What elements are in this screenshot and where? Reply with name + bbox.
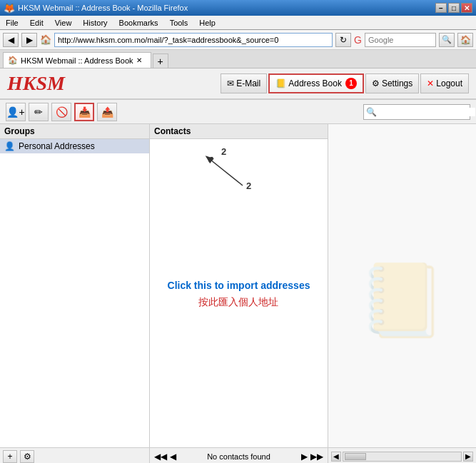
groups-header: Groups [0,124,149,139]
app-logo: HKSM [7,72,65,95]
window-title-text: 🦊 HKSM Webmail :: Address Book - Mozilla… [4,3,188,14]
svg-line-0 [207,157,243,185]
tab-title: HKSM Webmail :: Address Book [21,56,133,65]
email-icon: ✉ [227,78,234,88]
action-toolbar: 👤+ ✏ 🚫 📥 📤 🔍 ✕ [0,100,476,124]
toolbar-buttons: ✉ E-Mail 📒 Address Book 1 ⚙ Settings ✕ L… [221,73,469,93]
close-button[interactable]: ✕ [461,3,472,13]
logout-button[interactable]: ✕ Logout [420,73,469,93]
contacts-prev-button[interactable]: ◀ [170,452,176,462]
menu-edit[interactable]: Edit [27,18,46,28]
contacts-next-button[interactable]: ▶ [301,452,308,462]
address-bar[interactable] [54,33,333,47]
import-button[interactable]: 📥 [74,103,94,121]
detail-illustration: 📒 [358,258,447,342]
settings-label: Settings [382,78,412,88]
annotation-1: 1 [345,78,357,89]
group-settings-button[interactable]: ⚙ [20,450,34,463]
app-toolbar: HKSM ✉ E-Mail 📒 Address Book 1 ⚙ Setting… [0,68,476,100]
export-button[interactable]: 📤 [97,103,117,121]
back-button[interactable]: ◀ [3,33,19,47]
email-label: E-Mail [236,78,260,88]
home-button[interactable]: 🏠 [457,33,473,47]
scrollbar-thumb [345,453,366,460]
contacts-last-button[interactable]: ▶▶ [310,452,323,462]
tab-favicon: 🏠 [8,56,18,65]
hksm-favicon: 🏠 [40,34,51,45]
addressbook-label: Address Book [288,78,342,88]
email-button[interactable]: ✉ E-Mail [221,73,267,93]
maximize-button[interactable]: □ [448,3,460,13]
menu-tools[interactable]: Tools [167,18,191,28]
main-content: Groups 👤 Personal Addresses + ⚙ Contacts… [0,124,476,463]
menu-view[interactable]: View [52,18,75,28]
edit-icon: ✏ [34,106,43,118]
delete-icon: 🚫 [56,106,68,118]
no-contacts-label: No contacts found [179,452,298,461]
logout-icon: ✕ [427,78,434,88]
groups-empty-space [0,153,149,447]
tab-close-icon[interactable]: ✕ [136,56,142,64]
import-text-english: Click this to import addresses [168,278,310,293]
groups-footer: + ⚙ [0,447,149,463]
group-item-icon: 👤 [4,141,15,151]
personal-addresses-item[interactable]: 👤 Personal Addresses [0,139,149,153]
new-tab-button[interactable]: + [153,54,168,68]
window-title-bar: 🦊 HKSM Webmail :: Address Book - Mozilla… [0,0,476,16]
horizontal-scrollbar[interactable] [343,452,462,462]
nav-bar: ◀ ▶ 🏠 ↻ G 🔍 🏠 [0,30,476,50]
forward-button[interactable]: ▶ [21,33,37,47]
addressbook-button[interactable]: 📒 Address Book 1 [268,73,364,93]
browser-tab[interactable]: 🏠 HKSM Webmail :: Address Book ✕ [3,52,151,68]
arrow-annotation: 2 [186,150,257,195]
group-item-label: Personal Addresses [19,141,95,151]
menu-file[interactable]: File [3,18,21,28]
delete-button[interactable]: 🚫 [51,103,71,121]
detail-panel: 📒 ◀ ▶ [328,124,476,463]
menu-bookmarks[interactable]: Bookmarks [116,18,161,28]
settings-button[interactable]: ⚙ Settings [365,73,419,93]
search-button[interactable]: 🔍 [439,33,455,47]
search-icon: 🔍 [366,107,377,117]
import-icon: 📥 [79,106,91,118]
scroll-right-button[interactable]: ▶ [463,452,473,462]
contacts-content: ↗ 2 2 Click this t [150,139,328,447]
contacts-panel: Contacts ↗ 2 [150,124,328,463]
contacts-footer: ◀◀ ◀ No contacts found ▶ ▶▶ [150,447,328,463]
window-controls: − □ ✕ [435,3,472,13]
detail-content: 📒 [328,124,476,447]
reload-button[interactable]: ↻ [335,33,351,47]
addressbook-icon: 📒 [275,78,286,88]
window-title-label: HKSM Webmail :: Address Book - Mozilla F… [18,4,188,12]
google-icon: G [354,34,362,46]
import-instructions: Click this to import addresses 按此匯入個人地址 [153,278,325,309]
contact-search-input[interactable] [377,108,475,116]
contacts-first-button[interactable]: ◀◀ [154,452,167,462]
logout-label: Logout [436,78,462,88]
svg-text:2: 2 [246,180,251,191]
search-input[interactable] [365,33,436,47]
add-contact-icon: 👤+ [6,106,24,118]
menu-help[interactable]: Help [196,18,218,28]
edit-button[interactable]: ✏ [29,103,49,121]
export-icon: 📤 [101,106,113,118]
groups-panel: Groups 👤 Personal Addresses + ⚙ [0,124,150,463]
firefox-icon: 🦊 [4,3,15,14]
scroll-left-button[interactable]: ◀ [331,452,341,462]
contacts-header: Contacts [150,124,328,139]
add-contact-button[interactable]: 👤+ [6,103,26,121]
add-group-button[interactable]: + [3,450,17,463]
minimize-button[interactable]: − [435,3,447,13]
search-box: 🔍 ✕ [363,104,470,120]
menu-history[interactable]: History [80,18,110,28]
settings-icon: ⚙ [372,78,380,88]
detail-footer: ◀ ▶ [328,447,476,463]
import-text-chinese: 按此匯入個人地址 [168,296,310,309]
menu-bar: File Edit View History Bookmarks Tools H… [0,16,476,30]
